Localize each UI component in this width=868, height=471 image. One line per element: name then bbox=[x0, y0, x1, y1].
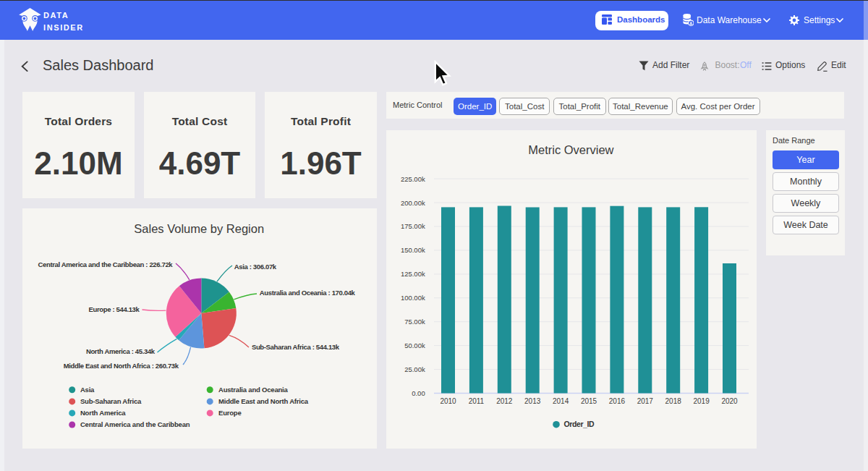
svg-text:Europe: Europe bbox=[218, 409, 242, 417]
svg-text:Europe : 544.13k: Europe : 544.13k bbox=[89, 305, 140, 313]
svg-text:Central America and the Caribb: Central America and the Caribbean bbox=[80, 420, 190, 428]
svg-text:2014: 2014 bbox=[553, 397, 569, 405]
svg-text:Middle East and North Africa :: Middle East and North Africa : 260.73k bbox=[64, 362, 179, 370]
svg-text:2013: 2013 bbox=[524, 397, 541, 405]
svg-text:Sales Volume by Region: Sales Volume by Region bbox=[134, 222, 264, 235]
svg-text:2017: 2017 bbox=[637, 397, 654, 405]
svg-text:Central America and the Caribb: Central America and the Caribbean : 226.… bbox=[38, 260, 174, 268]
svg-text:Metric Overview: Metric Overview bbox=[528, 143, 613, 156]
svg-text:2019: 2019 bbox=[693, 397, 710, 405]
svg-text:0.00: 0.00 bbox=[412, 389, 425, 397]
svg-text:2012: 2012 bbox=[496, 397, 513, 405]
svg-text:Order_ID: Order_ID bbox=[564, 420, 595, 428]
svg-text:200.00k: 200.00k bbox=[401, 199, 425, 207]
svg-text:Asia : 306.07k: Asia : 306.07k bbox=[234, 263, 277, 271]
svg-text:Middle East and North Africa: Middle East and North Africa bbox=[218, 397, 309, 405]
svg-text:125.00k: 125.00k bbox=[401, 270, 425, 278]
svg-text:Australia and Oceania : 170.04: Australia and Oceania : 170.04k bbox=[260, 289, 356, 297]
svg-text:25.00k: 25.00k bbox=[404, 365, 425, 373]
svg-text:50.00k: 50.00k bbox=[404, 341, 425, 349]
svg-text:2010: 2010 bbox=[440, 397, 456, 405]
svg-text:150.00k: 150.00k bbox=[401, 246, 425, 254]
svg-text:225.00k: 225.00k bbox=[401, 175, 425, 183]
svg-text:Australia and Oceania: Australia and Oceania bbox=[218, 386, 289, 394]
svg-text:75.00k: 75.00k bbox=[404, 318, 425, 326]
svg-text:North America: North America bbox=[80, 409, 126, 417]
svg-text:Sub-Saharan Africa: Sub-Saharan Africa bbox=[80, 397, 142, 405]
svg-text:2016: 2016 bbox=[609, 397, 626, 405]
svg-text:Sub-Saharan Africa : 544.13k: Sub-Saharan Africa : 544.13k bbox=[252, 343, 340, 351]
svg-text:175.00k: 175.00k bbox=[401, 222, 425, 230]
svg-text:2018: 2018 bbox=[665, 397, 682, 405]
svg-text:Asia: Asia bbox=[80, 386, 95, 394]
svg-text:North America : 45.34k: North America : 45.34k bbox=[86, 347, 156, 355]
svg-text:2020: 2020 bbox=[721, 397, 738, 405]
svg-text:100.00k: 100.00k bbox=[401, 294, 425, 302]
svg-text:2015: 2015 bbox=[581, 397, 597, 405]
svg-text:2011: 2011 bbox=[469, 397, 485, 405]
